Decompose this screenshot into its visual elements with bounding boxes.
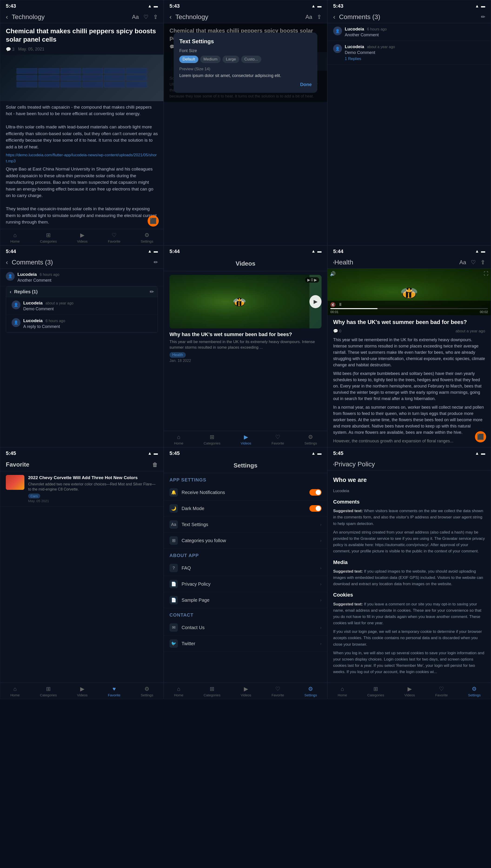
fab-button[interactable]: ⬛ [148, 215, 159, 227]
replies-button[interactable]: 1 Replies [345, 57, 485, 61]
setting-twitter[interactable]: 🐦 Twitter › [164, 636, 327, 652]
replies-back[interactable]: ‹ [10, 289, 11, 295]
share-icon[interactable]: ⇪ [481, 259, 485, 265]
header-actions: Aa ♡ ⇪ [459, 259, 485, 265]
font-size-icon[interactable]: Aa [132, 14, 139, 20]
mute-icon[interactable]: 🔇 [330, 302, 336, 307]
darkmode-toggle[interactable] [310, 505, 321, 512]
who-we-are-text: Lucodeia [333, 488, 485, 494]
favorites-title: Favorite [6, 461, 29, 468]
comments-title: Comments (3) [339, 13, 481, 21]
nav-settings[interactable]: ⚙Settings [304, 434, 317, 445]
setting-sample[interactable]: 📄 Sample Page › [164, 592, 327, 608]
back-button[interactable]: ‹ [170, 13, 172, 21]
back-button[interactable]: ‹ [6, 259, 8, 266]
nav-categories[interactable]: ⊞Categories [204, 434, 221, 445]
back-button[interactable]: ‹ [333, 13, 335, 21]
battery-icon: ▬ [481, 4, 485, 9]
back-button[interactable]: ‹ [6, 13, 8, 21]
nav-categories[interactable]: ⊞Categories [367, 685, 384, 697]
trash-icon[interactable]: 🗑 [152, 461, 158, 468]
nav-home[interactable]: ⌂Home [338, 685, 347, 697]
status-icons: ▲ ▬ [148, 249, 158, 254]
solar-cell [60, 75, 81, 81]
setting-darkmode[interactable]: 🌙 Dark Mode [164, 501, 327, 516]
nav-home[interactable]: ⌂Home [10, 685, 20, 697]
nav-home[interactable]: ⌂Home [10, 232, 20, 243]
pause-icon[interactable]: ⏸ [338, 302, 342, 307]
health-comment-count: 💬 0 [333, 328, 341, 334]
favorite-icon[interactable]: ♡ [143, 14, 149, 20]
solar-cell [104, 82, 125, 87]
edit-icon[interactable]: ✏ [481, 14, 485, 20]
nav-categories[interactable]: ⊞Categories [40, 685, 57, 697]
setting-text[interactable]: Aa Text Settings › [164, 516, 327, 533]
dialog-overlay[interactable]: Text Settings Font Size Default Medium L… [164, 23, 327, 102]
share-icon[interactable]: ⇪ [317, 14, 321, 20]
faq-label: FAQ [181, 565, 316, 571]
done-button[interactable]: Done [179, 82, 312, 87]
volume-icon[interactable]: 🔊 [330, 271, 336, 277]
font-size-icon[interactable]: Aa [459, 259, 466, 265]
settings-icon: ⚙ [308, 434, 313, 440]
nav-settings-active[interactable]: ⚙Settings [304, 685, 317, 697]
font-custom-btn[interactable]: Custo... [241, 56, 261, 63]
nav-videos[interactable]: ▶Videos [77, 685, 88, 697]
progress-bar[interactable] [330, 308, 488, 309]
setting-categories[interactable]: ⊞ Categories you follow › [164, 533, 327, 549]
nav-videos[interactable]: ▶Videos [241, 685, 251, 697]
video-card[interactable]: ▶0 ▶ ▶ Why has the UK's wet summer been … [164, 271, 327, 367]
font-default-btn[interactable]: Default [179, 56, 198, 63]
share-icon[interactable]: ⇪ [153, 14, 158, 20]
battery-icon: ▬ [154, 451, 158, 456]
nav-videos[interactable]: ▶Videos [404, 685, 415, 697]
nav-favorite[interactable]: ♡Favorite [435, 685, 448, 697]
svg-point-15 [410, 288, 412, 290]
fullscreen-icon[interactable]: ⛶ [484, 271, 488, 276]
replies-edit-icon[interactable]: ✏ [150, 289, 154, 295]
font-medium-btn[interactable]: Medium [200, 56, 221, 63]
fab-button[interactable]: ⬛ [475, 431, 486, 442]
nav-favorite-active[interactable]: ♥Favorite [108, 685, 120, 697]
nav-home[interactable]: ⌂Home [174, 685, 183, 697]
nav-videos[interactable]: ▶Videos [77, 232, 88, 243]
setting-notifications[interactable]: 🔔 Receive Notifications [164, 484, 327, 501]
nav-settings[interactable]: ⚙Settings [141, 232, 153, 243]
edit-icon[interactable]: ✏ [154, 259, 158, 265]
solar-cell [17, 82, 37, 87]
article-content: Chemical that makes chilli peppers spicy… [0, 23, 164, 228]
health-date: about a year ago [456, 328, 485, 334]
setting-faq[interactable]: ？ FAQ › [164, 560, 327, 576]
avatar-2: 👤 [333, 44, 342, 53]
nav-videos-active[interactable]: ▶Videos [241, 434, 251, 445]
favorite-nav-icon: ♡ [275, 434, 280, 440]
wifi-icon: ▲ [475, 249, 479, 254]
favorite-icon[interactable]: ♡ [471, 259, 476, 265]
nav-settings[interactable]: ⚙Settings [141, 685, 153, 697]
total-time: 00:02 [480, 310, 488, 314]
setting-contact-us[interactable]: ✉ Contact Us › [164, 620, 327, 636]
favorite-card[interactable]: 2022 Chevy Corvette Will Add Three Hot N… [0, 471, 164, 507]
nav-favorite[interactable]: ♡Favorite [271, 685, 284, 697]
nav-favorite[interactable]: ♡Favorite [271, 434, 284, 445]
categories-icon: ⊞ [46, 685, 51, 692]
nav-favorite[interactable]: ♡Favorite [108, 232, 120, 243]
favorite-tag[interactable]: Cars [28, 494, 40, 498]
video-tag[interactable]: Health [170, 352, 186, 358]
preview-text: Lorem ipsum dolor sit amet, consectetur … [179, 73, 312, 78]
font-large-btn[interactable]: Large [223, 56, 239, 63]
about-app-section: About App [164, 549, 327, 560]
notifications-toggle[interactable] [310, 489, 321, 496]
videos-icon: ▶ [80, 232, 84, 239]
comment-author-row: Lucodeia 6 hours ago [345, 27, 485, 32]
nav-categories[interactable]: ⊞Categories [204, 685, 221, 697]
nav-settings-active[interactable]: ⚙Settings [468, 685, 481, 697]
nav-home[interactable]: ⌂Home [174, 434, 183, 445]
categories-settings-icon: ⊞ [170, 536, 178, 545]
article-link[interactable]: https://demo.lucodeia.com/flutter-app/lu… [6, 152, 158, 164]
play-button[interactable]: ▶ [310, 295, 321, 308]
setting-privacy[interactable]: 📄 Privacy Policy › [164, 576, 327, 592]
chevron-right-icon: › [320, 566, 321, 570]
nav-categories[interactable]: ⊞Categories [40, 232, 57, 243]
font-size-icon[interactable]: Aa [306, 14, 312, 20]
